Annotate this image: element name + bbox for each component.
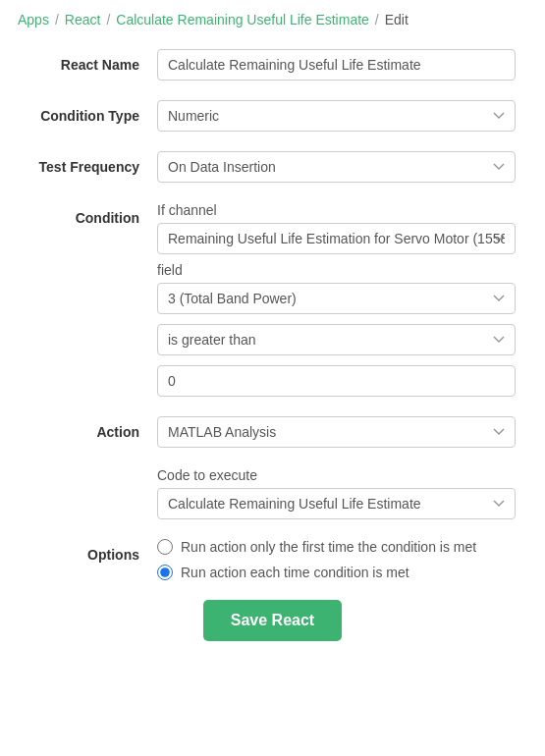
breadcrumb-react-link[interactable]: React (65, 12, 101, 27)
options-section: Run action only the first time the condi… (157, 539, 516, 580)
condition-section: If channel Remaining Useful Life Estimat… (157, 202, 516, 397)
breadcrumb: Apps / React / Calculate Remaining Usefu… (0, 0, 545, 39)
action-label: Action (29, 416, 157, 440)
test-frequency-field: On Data InsertionEvery 10 minutesEvery h… (157, 151, 516, 183)
option-each-text: Run action each time condition is met (181, 565, 409, 580)
edit-form: React Name Condition Type NumericStringB… (0, 39, 545, 671)
option-first-label[interactable]: Run action only the first time the condi… (157, 539, 516, 555)
breadcrumb-sep-2: / (106, 12, 110, 27)
option-first-radio[interactable] (157, 539, 173, 555)
options-row: Options Run action only the first time t… (29, 539, 516, 580)
options-label: Options (29, 539, 157, 563)
condition-value-input[interactable] (157, 365, 516, 397)
react-name-field (157, 49, 516, 81)
react-name-label: React Name (29, 49, 157, 73)
test-frequency-label: Test Frequency (29, 151, 157, 175)
breadcrumb-sep-3: / (375, 12, 379, 27)
if-channel-label: If channel (157, 202, 516, 218)
condition-row: Condition If channel Remaining Useful Li… (29, 202, 516, 397)
breadcrumb-sep-1: / (55, 12, 59, 27)
breadcrumb-page-link[interactable]: Calculate Remaining Useful Life Estimate (116, 12, 369, 27)
field-select[interactable]: 123 (Total Band Power)45 (157, 283, 516, 314)
breadcrumb-apps-link[interactable]: Apps (18, 12, 49, 27)
save-react-button[interactable]: Save React (203, 600, 342, 641)
option-each-radio[interactable] (157, 565, 173, 580)
condition-type-row: Condition Type NumericStringBoolean (29, 100, 516, 132)
code-execute-sublabel: Code to execute (157, 467, 516, 483)
condition-operator-select[interactable]: is greater thanis less thanis equal tois… (157, 324, 516, 355)
breadcrumb-current: Edit (385, 12, 409, 27)
condition-label: Condition (29, 202, 157, 226)
channel-select[interactable]: Remaining Useful Life Estimation for Ser… (157, 223, 516, 254)
action-row: Action MATLAB AnalysisThingSpeak Analysi… (29, 416, 516, 519)
react-name-input[interactable] (157, 49, 516, 81)
field-sublabel: field (157, 262, 516, 278)
option-first-text: Run action only the first time the condi… (181, 539, 476, 555)
option-each-label[interactable]: Run action each time condition is met (157, 565, 516, 580)
action-field: MATLAB AnalysisThingSpeak AnalysisIFTTTE… (157, 416, 516, 519)
test-frequency-row: Test Frequency On Data InsertionEvery 10… (29, 151, 516, 183)
condition-type-label: Condition Type (29, 100, 157, 124)
action-select[interactable]: MATLAB AnalysisThingSpeak AnalysisIFTTTE… (157, 416, 516, 448)
test-frequency-select[interactable]: On Data InsertionEvery 10 minutesEvery h… (157, 151, 516, 183)
react-name-row: React Name (29, 49, 516, 81)
condition-type-field: NumericStringBoolean (157, 100, 516, 132)
code-select[interactable]: Calculate Remaining Useful Life Estimate (157, 488, 516, 519)
condition-type-select[interactable]: NumericStringBoolean (157, 100, 516, 132)
